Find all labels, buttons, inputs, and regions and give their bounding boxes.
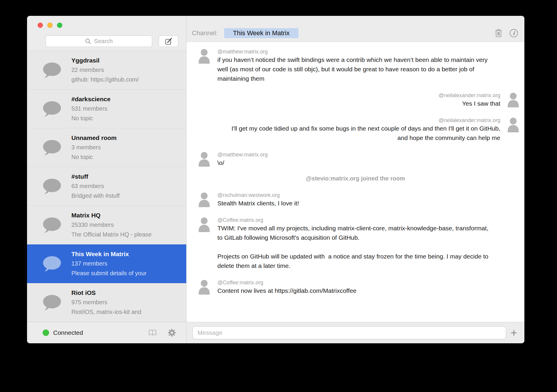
user-avatar-icon xyxy=(505,116,521,132)
room-meta: #stuff 63 members Bridged with #stuff xyxy=(71,172,186,201)
message-text: if you haven’t noticed the swift binding… xyxy=(217,55,494,83)
composer-bar: + xyxy=(187,322,524,343)
message-text: Stealth Matrix clients, I love it! xyxy=(217,199,299,208)
directory-button[interactable] xyxy=(148,329,157,336)
user-avatar-icon xyxy=(196,191,212,207)
room-topic: No topic xyxy=(71,152,185,162)
room-list-item[interactable]: #darkscience 531 members No topic xyxy=(27,89,186,128)
room-topic: Bridged with #stuff xyxy=(71,191,185,201)
message-sender: @neilalexander:matrix.org xyxy=(224,117,500,124)
room-list-item[interactable]: Matrix HQ 25330 members The Official Mat… xyxy=(27,206,186,244)
sidebar-toolbar: Search xyxy=(27,16,186,51)
room-avatar-bubble-icon xyxy=(42,255,62,272)
room-name: #darkscience xyxy=(71,94,185,104)
room-topic: No topic xyxy=(71,114,185,123)
room-list-item[interactable]: Unnamed room 3 members No topic xyxy=(27,128,186,167)
message-text: \o/ xyxy=(217,158,268,168)
user-avatar-icon xyxy=(505,91,521,107)
connection-status-label: Connected xyxy=(53,329,83,336)
message-timeline: @matthew:matrix.org if you haven’t notic… xyxy=(187,42,524,322)
minimize-button[interactable] xyxy=(47,23,53,28)
gear-icon xyxy=(167,328,176,337)
close-button[interactable] xyxy=(38,23,43,28)
room-name: This Week in Matrix xyxy=(71,249,185,259)
connection-status-dot xyxy=(43,330,49,336)
room-meta: Riot iOS 975 members Riot/iOS, matrix-io… xyxy=(71,288,186,317)
user-avatar-icon xyxy=(196,216,212,232)
message-sender: @Coffee:matrix.org xyxy=(217,217,494,224)
channel-label: Channel: xyxy=(192,29,218,37)
search-input[interactable]: Search xyxy=(46,36,152,47)
message-bubble: @neilalexander:matrix.org Yes I saw that xyxy=(439,91,500,108)
message-text: Content now lives at https://gitlab.com/… xyxy=(217,286,357,295)
room-meta: Yggdrasil 22 members github: https://git… xyxy=(71,55,186,85)
channel-name-chip[interactable]: This Week in Matrix xyxy=(224,28,298,38)
room-meta: This Week in Matrix 137 members Please s… xyxy=(71,249,186,278)
room-list-item[interactable]: This Week in Matrix 137 members Please s… xyxy=(27,244,186,283)
room-topic: Please submit details of your xyxy=(71,268,185,278)
room-info-button[interactable]: i xyxy=(509,28,519,38)
settings-button[interactable] xyxy=(167,328,176,337)
message-sender: @neilalexander:matrix.org xyxy=(439,92,500,99)
room-member-count: 63 members xyxy=(71,181,185,191)
zoom-button[interactable] xyxy=(57,23,62,28)
message-bubble: @Coffee:matrix.org Content now lives at … xyxy=(217,278,357,295)
book-icon xyxy=(148,329,157,336)
delete-room-button[interactable] xyxy=(494,28,503,38)
message-sender: @Coffee:matrix.org xyxy=(217,279,357,286)
room-name: Unnamed room xyxy=(71,133,185,143)
info-icon: i xyxy=(509,28,519,38)
room-avatar-bubble-icon xyxy=(42,217,62,234)
message-bubble: @matthew:matrix.org if you haven’t notic… xyxy=(217,47,494,83)
chat-message: @Coffee:matrix.org Content now lives at … xyxy=(187,278,524,295)
user-avatar-icon xyxy=(196,150,212,167)
message-text: TWIM: I've moved all my projects, includ… xyxy=(217,224,494,271)
room-avatar-bubble-icon xyxy=(42,100,62,117)
message-bubble: @matthew:matrix.org \o/ xyxy=(217,150,268,168)
room-member-count: 3 members xyxy=(71,143,185,152)
room-name: Yggdrasil xyxy=(71,55,185,65)
chat-message: @matthew:matrix.org if you haven’t notic… xyxy=(187,47,524,83)
room-avatar-bubble-icon xyxy=(42,139,62,156)
room-topic: Riot/iOS, matrix-ios-kit and xyxy=(71,307,185,317)
room-list-item[interactable]: Riot iOS 975 members Riot/iOS, matrix-io… xyxy=(27,283,186,322)
room-member-count: 22 members xyxy=(71,65,185,75)
message-text: I'll get my code tidied up and fix some … xyxy=(224,124,500,143)
room-list: Yggdrasil 22 members github: https://git… xyxy=(27,51,186,322)
sidebar-status-bar: Connected xyxy=(27,322,186,343)
room-topic: The Official Matrix HQ - please xyxy=(71,230,185,239)
chat-message: @rschulman:westwork.org Stealth Matrix c… xyxy=(187,191,524,208)
room-topic: github: https://github.com/ xyxy=(71,75,185,85)
room-meta: #darkscience 531 members No topic xyxy=(71,94,186,123)
message-bubble: @neilalexander:matrix.org I'll get my co… xyxy=(224,116,500,143)
chat-message: @neilalexander:matrix.org Yes I saw that xyxy=(187,91,524,108)
compose-button[interactable] xyxy=(159,36,178,47)
room-meta: Matrix HQ 25330 members The Official Mat… xyxy=(71,210,186,239)
room-meta: Unnamed room 3 members No topic xyxy=(71,133,186,162)
chat-header: Channel: This Week in Matrix xyxy=(187,16,524,42)
room-avatar-bubble-icon xyxy=(42,294,62,311)
message-sender: @matthew:matrix.org xyxy=(217,151,268,158)
chat-message: @neilalexander:matrix.org I'll get my co… xyxy=(187,116,524,143)
room-list-item[interactable]: #stuff 63 members Bridged with #stuff xyxy=(27,167,186,206)
message-sender: @matthew:matrix.org xyxy=(217,48,494,55)
room-avatar-bubble-icon xyxy=(42,178,62,195)
room-member-count: 137 members xyxy=(71,259,185,268)
room-name: #stuff xyxy=(71,172,185,181)
room-list-item[interactable]: Yggdrasil 22 members github: https://git… xyxy=(27,51,186,89)
room-name: Matrix HQ xyxy=(71,210,185,220)
message-sender: @rschulman:westwork.org xyxy=(217,192,299,199)
chat-message: @matthew:matrix.org \o/ xyxy=(187,150,524,168)
chat-panel: Channel: This Week in Matrix xyxy=(187,16,524,343)
message-input[interactable] xyxy=(192,326,506,339)
chat-message: @Coffee:matrix.org TWIM: I've moved all … xyxy=(187,216,524,271)
message-bubble: @rschulman:westwork.org Stealth Matrix c… xyxy=(217,191,299,208)
trash-icon xyxy=(494,28,503,38)
add-attachment-button[interactable]: + xyxy=(506,326,521,339)
desktop-background: { "colors": { "selection_blue": "#3169d8… xyxy=(0,0,557,392)
search-icon xyxy=(85,38,91,45)
message-text: Yes I saw that xyxy=(439,99,500,108)
message-bubble: @Coffee:matrix.org TWIM: I've moved all … xyxy=(217,216,494,271)
sidebar: Search Yggdrasil 22 members github: http… xyxy=(27,16,187,343)
room-avatar-bubble-icon xyxy=(42,62,62,79)
